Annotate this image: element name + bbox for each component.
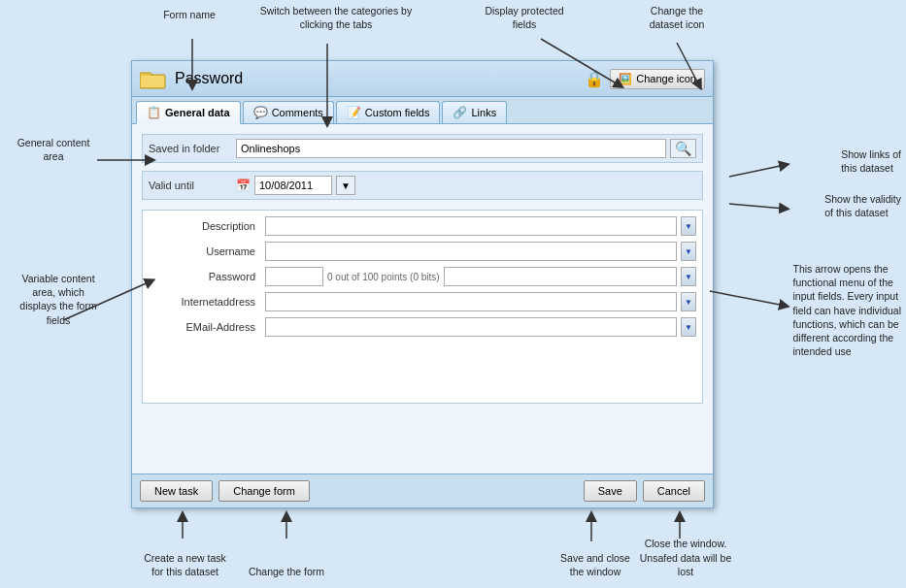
password-label: Password: [149, 271, 265, 282]
email-label: EMail-Address: [149, 321, 265, 333]
internetaddress-label: Internetaddress: [149, 296, 265, 308]
change-form-annotation: Change the form: [238, 565, 335, 578]
folder-input[interactable]: [236, 139, 666, 158]
calendar-icon: 📅: [236, 179, 251, 192]
dialog-title: Password: [175, 70, 243, 87]
new-task-annotation: Create a new taskfor this dataset: [134, 551, 236, 578]
show-validity-annotation: Show the validityof this dataset: [824, 192, 901, 219]
show-links-annotation: Show links ofthis dataset: [841, 147, 901, 175]
change-form-button[interactable]: Change form: [218, 480, 310, 502]
svg-line-7: [729, 204, 785, 209]
form-name-annotation: Form name: [151, 8, 228, 21]
image-icon: 🖼️: [619, 73, 632, 85]
fields-area: Description ▼ Username ▼ Password 0 out …: [142, 210, 703, 404]
change-icon-label: Change icon: [636, 73, 696, 84]
comments-tab-icon: 💬: [253, 106, 268, 119]
dialog-title-bar: Password 🔒 🖼️ Change icon: [132, 61, 713, 97]
username-label: Username: [149, 245, 265, 257]
save-button[interactable]: Save: [584, 480, 637, 502]
switch-tabs-annotation: Switch between the categories byclicking…: [244, 4, 428, 31]
variable-content-annotation: Variable contentarea, whichdisplays the …: [0, 272, 117, 327]
svg-rect-15: [141, 76, 164, 87]
password-strength-bar: [444, 267, 677, 286]
date-field: 📅 ▼: [236, 176, 355, 195]
svg-line-6: [729, 165, 785, 177]
valid-row: Valid until 📅 ▼: [142, 171, 703, 200]
password-dropdown[interactable]: ▼: [681, 267, 696, 286]
general-content-annotation: General contentarea: [0, 136, 107, 163]
tab-links-label: Links: [471, 107, 496, 118]
main-dialog: Password 🔒 🖼️ Change icon 📋 General data…: [131, 60, 714, 508]
valid-label: Valid until: [149, 180, 236, 191]
password-input[interactable]: [265, 267, 323, 286]
lock-icon: 🔒: [585, 70, 604, 88]
password-hint: 0 out of 100 points (0 bits): [323, 272, 444, 282]
folder-label: Saved in folder: [149, 143, 236, 154]
new-task-button[interactable]: New task: [140, 480, 213, 502]
tab-general-label: General data: [165, 107, 230, 118]
field-row-email: EMail-Address ▼: [149, 317, 696, 337]
internetaddress-dropdown[interactable]: ▼: [681, 292, 696, 311]
field-row-description: Description ▼: [149, 216, 696, 236]
tab-custom-label: Custom fields: [365, 107, 430, 118]
general-tab-icon: 📋: [147, 106, 161, 119]
username-dropdown[interactable]: ▼: [681, 242, 696, 261]
functional-menu-annotation: This arrow opens thefunctional menu of t…: [793, 262, 902, 358]
date-dropdown-button[interactable]: ▼: [336, 176, 355, 195]
dialog-footer: New task Change form Save Cancel: [132, 474, 713, 507]
tab-links[interactable]: 🔗 Links: [442, 101, 507, 123]
title-left: Password: [140, 67, 243, 90]
title-right: 🔒 🖼️ Change icon: [585, 69, 705, 89]
custom-tab-icon: 📝: [347, 106, 361, 119]
change-icon-annotation: Change thedataset icon: [628, 4, 725, 31]
tab-comments[interactable]: 💬 Comments: [243, 101, 334, 123]
svg-line-8: [710, 291, 785, 306]
description-dropdown[interactable]: ▼: [681, 216, 696, 236]
username-input[interactable]: [265, 242, 677, 261]
folder-icon: [140, 67, 167, 90]
field-row-internetaddress: Internetaddress ▼: [149, 292, 696, 311]
field-row-password: Password 0 out of 100 points (0 bits) ▼: [149, 267, 696, 286]
change-icon-button[interactable]: 🖼️ Change icon: [610, 69, 705, 89]
field-row-username: Username ▼: [149, 242, 696, 261]
tab-custom-fields[interactable]: 📝 Custom fields: [336, 101, 441, 123]
cancel-button[interactable]: Cancel: [643, 480, 705, 502]
display-protected-annotation: Display protectedfields: [476, 4, 573, 31]
tabs-bar: 📋 General data 💬 Comments 📝 Custom field…: [132, 97, 713, 124]
tab-comments-label: Comments: [272, 107, 323, 118]
internetaddress-input[interactable]: [265, 292, 677, 311]
links-tab-icon: 🔗: [453, 106, 467, 119]
email-input[interactable]: [265, 317, 677, 337]
folder-row: Saved in folder 🔍: [142, 134, 703, 163]
dialog-content: Saved in folder 🔍 Valid until 📅 ▼ Descri…: [132, 124, 713, 474]
folder-browse-button[interactable]: 🔍: [670, 139, 696, 158]
date-input[interactable]: [254, 176, 332, 195]
description-label: Description: [149, 220, 265, 232]
email-dropdown[interactable]: ▼: [681, 317, 696, 337]
cancel-annotation: Close the window.Unsafed data will be lo…: [632, 537, 739, 578]
description-input[interactable]: [265, 216, 677, 236]
tab-general[interactable]: 📋 General data: [136, 101, 241, 124]
